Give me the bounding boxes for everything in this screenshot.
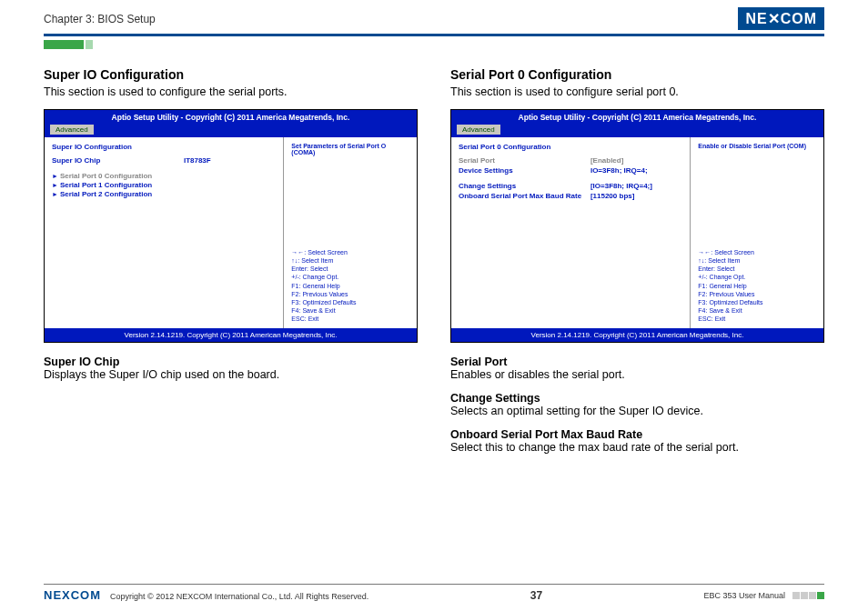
- serial-port-0-config[interactable]: Serial Port 0 Configuration: [52, 172, 276, 180]
- bios-help-panel: Enable or Disable Serial Port (COM) →←: …: [690, 137, 823, 328]
- serial-port-value: [Enabled]: [590, 156, 682, 165]
- header-divider: [44, 34, 824, 36]
- chapter-label: Chapter 3: BIOS Setup: [44, 13, 156, 25]
- field-title: Serial Port: [450, 356, 824, 368]
- bios-help-text: Enable or Disable Serial Port (COM): [698, 143, 816, 149]
- chip-value: IT8783F: [184, 156, 276, 165]
- field-title: Change Settings: [450, 392, 824, 405]
- page-footer: NEXCOM Copyright © 2012 NEXCOM Internati…: [0, 584, 868, 602]
- device-settings-value: IO=3F8h; IRQ=4;: [590, 166, 682, 175]
- max-baud-value: [115200 bps]: [590, 192, 682, 200]
- bios-heading: Super IO Configuration: [52, 143, 276, 151]
- change-settings-label[interactable]: Change Settings: [459, 182, 590, 190]
- footer-squares-icon: [792, 592, 824, 599]
- serial-port-2-config[interactable]: Serial Port 2 Configuration: [52, 190, 276, 198]
- bios-tab-row: Advanced: [45, 125, 417, 137]
- right-column: Serial Port 0 Configuration This section…: [450, 67, 824, 465]
- footer-logo: NEXCOM: [44, 588, 101, 602]
- bios-help-text: Set Parameters of Serial Port O (COMA): [291, 143, 409, 155]
- bios-help-panel: Set Parameters of Serial Port O (COMA) →…: [283, 137, 417, 328]
- section-desc: This section is used to configure serial…: [450, 85, 824, 98]
- bios-main-panel: Serial Port 0 Configuration Serial Port …: [451, 137, 690, 328]
- field-desc: Enables or disables the serial port.: [450, 368, 824, 381]
- manual-name: EBC 353 User Manual: [703, 591, 785, 600]
- field-desc: Displays the Super I/O chip used on the …: [44, 368, 418, 381]
- page-number: 37: [530, 589, 542, 602]
- field-desc: Selects an optimal setting for the Super…: [450, 405, 824, 417]
- section-title: Serial Port 0 Configuration: [450, 67, 824, 82]
- chip-label: Super IO Chip: [52, 156, 184, 165]
- bios-main-panel: Super IO Configuration Super IO Chip IT8…: [45, 137, 283, 328]
- bios-tab-advanced[interactable]: Advanced: [50, 125, 94, 135]
- serial-port-label[interactable]: Serial Port: [459, 156, 590, 165]
- bios-key-hints: →←: Select Screen ↑↓: Select Item Enter:…: [698, 248, 816, 323]
- bios-screenshot-serial0: Aptio Setup Utility - Copyright (C) 2011…: [450, 109, 824, 343]
- bios-tab-advanced[interactable]: Advanced: [457, 125, 500, 135]
- field-title: Onboard Serial Port Max Baud Rate: [450, 428, 824, 441]
- bios-screenshot-super-io: Aptio Setup Utility - Copyright (C) 2011…: [44, 109, 418, 343]
- page-tab-decor: [44, 40, 868, 49]
- bios-version-bar: Version 2.14.1219. Copyright (C) 2011 Am…: [451, 328, 823, 342]
- field-title: Super IO Chip: [44, 356, 418, 368]
- bios-version-bar: Version 2.14.1219. Copyright (C) 2011 Am…: [45, 328, 417, 342]
- brand-logo: NE✕COM: [738, 7, 824, 30]
- serial-port-1-config[interactable]: Serial Port 1 Configuration: [52, 181, 276, 189]
- bios-title-bar: Aptio Setup Utility - Copyright (C) 2011…: [451, 110, 823, 125]
- field-desc: Select this to change the max baud rate …: [450, 441, 824, 454]
- bios-tab-row: Advanced: [451, 125, 823, 137]
- footer-copyright: Copyright © 2012 NEXCOM International Co…: [110, 592, 368, 601]
- bios-heading: Serial Port 0 Configuration: [459, 143, 682, 151]
- device-settings-label: Device Settings: [459, 166, 590, 175]
- bios-key-hints: →←: Select Screen ↑↓: Select Item Enter:…: [291, 248, 409, 323]
- max-baud-label[interactable]: Onboard Serial Port Max Baud Rate: [459, 192, 590, 200]
- section-title: Super IO Configuration: [44, 67, 418, 82]
- left-column: Super IO Configuration This section is u…: [44, 67, 418, 465]
- bios-title-bar: Aptio Setup Utility - Copyright (C) 2011…: [45, 110, 417, 125]
- change-settings-value: [IO=3F8h; IRQ=4;]: [590, 182, 682, 190]
- section-desc: This section is used to configure the se…: [44, 85, 418, 98]
